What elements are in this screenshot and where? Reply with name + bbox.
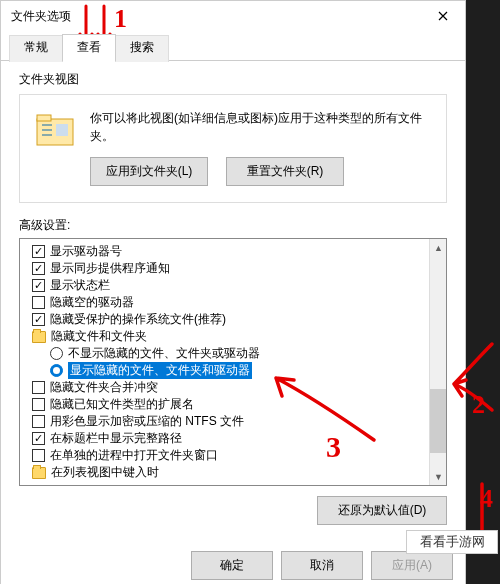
scroll-down-icon[interactable]: ▼ (430, 468, 447, 485)
opt-separate-process[interactable]: 在单独的进程中打开文件夹窗口 (26, 447, 429, 464)
advanced-settings-label: 高级设置: (19, 217, 447, 234)
svg-rect-2 (42, 124, 52, 126)
svg-rect-4 (42, 134, 52, 136)
folder-options-dialog: 文件夹选项 常规 查看 搜索 文件夹视图 你可以将此视图(如详细信息或图标)应用… (0, 0, 466, 584)
svg-rect-5 (56, 124, 68, 136)
opt-show-hidden[interactable]: 显示隐藏的文件、文件夹和驱动器 (26, 362, 429, 379)
opt-sync-provider-notify[interactable]: 显示同步提供程序通知 (26, 260, 429, 277)
advanced-settings-box: 显示驱动器号 显示同步提供程序通知 显示状态栏 隐藏空的驱动器 隐藏受保护的操作… (19, 238, 447, 486)
opt-dont-show-hidden[interactable]: 不显示隐藏的文件、文件夹或驱动器 (26, 345, 429, 362)
apply-to-folders-button[interactable]: 应用到文件夹(L) (90, 157, 208, 186)
tab-general[interactable]: 常规 (9, 35, 63, 62)
checkbox-icon (32, 381, 45, 394)
close-icon (438, 11, 448, 21)
opt-show-drive-letters[interactable]: 显示驱动器号 (26, 243, 429, 260)
tab-content: 文件夹视图 你可以将此视图(如详细信息或图标)应用于这种类型的所有文件夹。 应用… (1, 61, 465, 543)
vertical-scrollbar[interactable]: ▲ ▼ (429, 239, 446, 485)
folder-views-label: 文件夹视图 (19, 71, 447, 88)
opt-hide-merge-conflict[interactable]: 隐藏文件夹合并冲突 (26, 379, 429, 396)
scroll-up-icon[interactable]: ▲ (430, 239, 447, 256)
checkbox-icon (32, 279, 45, 292)
checkbox-icon (32, 432, 45, 445)
close-button[interactable] (421, 1, 465, 31)
opt-title-full-path[interactable]: 在标题栏中显示完整路径 (26, 430, 429, 447)
folder-views-desc: 你可以将此视图(如详细信息或图标)应用于这种类型的所有文件夹。 (90, 109, 432, 145)
checkbox-icon (32, 245, 45, 258)
checkbox-icon (32, 398, 45, 411)
checkbox-icon (32, 449, 45, 462)
watermark-label: 看看手游网 (406, 530, 498, 554)
opt-hide-extensions[interactable]: 隐藏已知文件类型的扩展名 (26, 396, 429, 413)
apply-button[interactable]: 应用(A) (371, 551, 453, 580)
cancel-button[interactable]: 取消 (281, 551, 363, 580)
folder-views-box: 你可以将此视图(如详细信息或图标)应用于这种类型的所有文件夹。 应用到文件夹(L… (19, 94, 447, 203)
ok-button[interactable]: 确定 (191, 551, 273, 580)
checkbox-icon (32, 415, 45, 428)
dialog-title: 文件夹选项 (11, 8, 71, 25)
titlebar: 文件夹选项 (1, 1, 465, 31)
reset-folders-button[interactable]: 重置文件夹(R) (226, 157, 344, 186)
settings-tree[interactable]: 显示驱动器号 显示同步提供程序通知 显示状态栏 隐藏空的驱动器 隐藏受保护的操作… (20, 239, 429, 485)
radio-icon (50, 347, 63, 360)
checkbox-icon (32, 296, 45, 309)
checkbox-icon (32, 313, 45, 326)
scroll-thumb[interactable] (430, 389, 446, 453)
opt-color-ntfs[interactable]: 用彩色显示加密或压缩的 NTFS 文件 (26, 413, 429, 430)
group-hidden-files[interactable]: 隐藏文件和文件夹 (26, 328, 429, 345)
checkbox-icon (32, 262, 45, 275)
folder-group-icon (32, 467, 46, 479)
folder-icon (34, 109, 76, 151)
tab-strip: 常规 查看 搜索 (1, 33, 465, 61)
tab-view[interactable]: 查看 (62, 34, 116, 61)
restore-defaults-button[interactable]: 还原为默认值(D) (317, 496, 447, 525)
opt-hide-protected-os-files[interactable]: 隐藏受保护的操作系统文件(推荐) (26, 311, 429, 328)
svg-rect-1 (37, 115, 51, 121)
svg-rect-3 (42, 129, 52, 131)
group-typing-in-list[interactable]: 在列表视图中键入时 (26, 464, 429, 481)
opt-hide-empty-drives[interactable]: 隐藏空的驱动器 (26, 294, 429, 311)
dialog-footer: 确定 取消 应用(A) (1, 543, 465, 584)
tab-search[interactable]: 搜索 (115, 35, 169, 62)
radio-icon (50, 364, 63, 377)
opt-show-status-bar[interactable]: 显示状态栏 (26, 277, 429, 294)
folder-group-icon (32, 331, 46, 343)
